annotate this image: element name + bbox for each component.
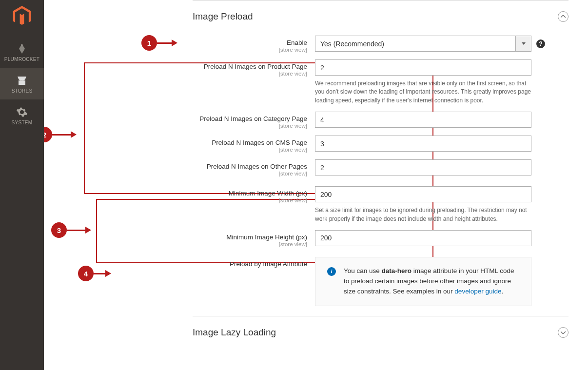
nav-stores[interactable]: STORES: [0, 68, 44, 99]
field-label: Preload N Images on CMS Page: [212, 139, 307, 146]
cms-images-input[interactable]: [315, 136, 531, 152]
section-title: Image Preload: [193, 11, 253, 22]
row-attribute: Preload by Image Attribute i You can use…: [193, 257, 568, 306]
nav-label: STORES: [0, 88, 44, 94]
annotation-2: 2: [44, 127, 77, 142]
enable-select[interactable]: Yes (Recommended): [315, 36, 531, 52]
annotation-number: 4: [78, 266, 94, 281]
field-scope: [store view]: [193, 123, 307, 129]
field-label: Preload by Image Attribute: [230, 260, 307, 268]
field-scope: [store view]: [193, 147, 307, 153]
min-width-input[interactable]: [315, 186, 531, 202]
section-title: Image Lazy Loading: [193, 327, 276, 338]
help-icon[interactable]: ?: [536, 39, 545, 48]
magento-logo-icon: [13, 6, 31, 26]
nav-plumrocket[interactable]: PLUMROCKET: [0, 36, 44, 68]
annotation-number: 3: [51, 222, 67, 238]
row-product-page: Preload N Images on Product Page [store …: [193, 59, 568, 105]
section-lazy-loading-header[interactable]: Image Lazy Loading: [193, 316, 568, 347]
svg-point-0: [21, 44, 23, 46]
info-text: You can use data-hero image attribute in…: [344, 266, 519, 297]
annotation-4: 4: [78, 266, 111, 281]
info-text-part: You can use: [344, 267, 382, 274]
info-text-part: .: [501, 288, 503, 295]
field-scope: [store view]: [193, 197, 307, 203]
field-label: Minimum Image Height (px): [226, 234, 307, 241]
annotation-number: 1: [141, 35, 157, 51]
expand-icon[interactable]: [558, 327, 568, 338]
field-scope: [store view]: [193, 47, 307, 53]
field-label: Enable: [287, 39, 307, 46]
chevron-down-icon: [515, 36, 531, 51]
row-cms-page: Preload N Images on CMS Page [store view…: [193, 136, 568, 153]
row-min-width: Minimum Image Width (px) [store view] Se…: [193, 186, 568, 223]
annotation-number: 2: [44, 127, 52, 142]
annotation-1: 1: [141, 35, 177, 51]
other-images-input[interactable]: [315, 159, 531, 175]
help-text: We recommend preloading images that are …: [315, 79, 531, 105]
section-image-preload-header[interactable]: Image Preload: [193, 0, 568, 31]
row-enable: Enable [store view] Yes (Recommended) ?: [193, 36, 568, 53]
main-content: 1 2 3 4 Image Preload Enable [store view…: [44, 0, 588, 370]
select-value: Yes (Recommended): [315, 40, 515, 48]
row-min-height: Minimum Image Height (px) [store view]: [193, 230, 568, 247]
row-other-pages: Preload N Images on Other Pages [store v…: [193, 159, 568, 176]
field-label: Preload N Images on Category Page: [199, 115, 307, 122]
stores-icon: [16, 75, 28, 86]
field-scope: [store view]: [193, 71, 307, 77]
gear-icon: [16, 106, 28, 118]
admin-sidebar: PLUMROCKET STORES SYSTEM: [0, 0, 44, 370]
nav-system[interactable]: SYSTEM: [0, 99, 44, 131]
info-text-bold: data-hero: [382, 267, 412, 274]
developer-guide-link[interactable]: developer guide: [454, 288, 501, 295]
help-text: Set a size limit for images to be ignore…: [315, 206, 531, 223]
row-category-page: Preload N Images on Category Page [store…: [193, 112, 568, 129]
nav-label: PLUMROCKET: [0, 57, 44, 62]
product-images-input[interactable]: [315, 59, 531, 76]
field-label: Preload N Images on Other Pages: [207, 163, 307, 170]
plumrocket-icon: [16, 43, 28, 55]
nav-label: SYSTEM: [0, 120, 44, 125]
field-label: Preload N Images on Product Page: [204, 63, 307, 70]
info-panel: i You can use data-hero image attribute …: [315, 257, 531, 306]
field-scope: [store view]: [193, 171, 307, 176]
field-scope: [store view]: [193, 241, 307, 247]
annotation-3: 3: [51, 222, 91, 238]
field-label: Minimum Image Width (px): [229, 190, 307, 197]
category-images-input[interactable]: [315, 112, 531, 128]
min-height-input[interactable]: [315, 230, 531, 246]
info-icon: i: [327, 267, 336, 276]
collapse-icon[interactable]: [558, 11, 568, 22]
